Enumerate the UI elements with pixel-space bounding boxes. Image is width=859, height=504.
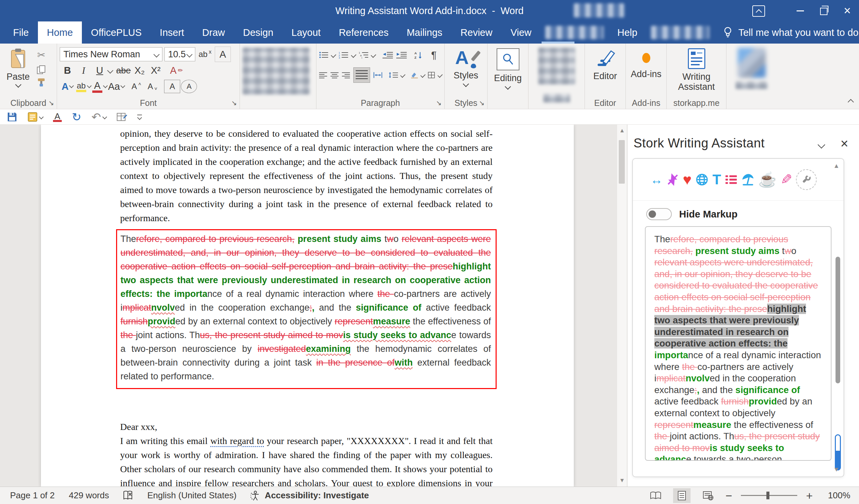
- tab-help[interactable]: Help: [608, 21, 647, 44]
- panel-close-icon[interactable]: ×: [841, 137, 848, 150]
- distribute-icon[interactable]: [374, 70, 382, 80]
- multilevel-dropdown-icon[interactable]: [371, 52, 376, 58]
- font-color-qat-button[interactable]: A: [53, 112, 62, 122]
- justify-button-selected[interactable]: [353, 67, 370, 83]
- letter-paragraph[interactable]: I am writing this email with regard to y…: [120, 434, 493, 487]
- redacted-addin-icon[interactable]: [738, 48, 766, 78]
- panel-scroll-down-icon[interactable]: ▼: [833, 466, 840, 473]
- numbering-dropdown-icon[interactable]: [351, 52, 356, 58]
- styles-dialog-launcher[interactable]: ↘: [479, 99, 484, 107]
- zoom-slider[interactable]: [741, 495, 797, 496]
- bullet-dropdown-icon[interactable]: [331, 52, 336, 58]
- font-size-combobox[interactable]: 10.5: [164, 47, 195, 61]
- increase-indent-icon[interactable]: [396, 50, 407, 60]
- document-page[interactable]: opinion, they deserve to be considered t…: [41, 125, 574, 487]
- pencil-icon[interactable]: ✎: [781, 173, 792, 187]
- change-case-button[interactable]: Aa: [108, 79, 124, 94]
- align-center-icon[interactable]: [331, 70, 338, 80]
- clear-formatting-icon[interactable]: A: [215, 47, 231, 62]
- text-highlight-button[interactable]: ab: [76, 79, 91, 94]
- undo-icon[interactable]: ↶: [92, 110, 107, 124]
- coffee-icon[interactable]: ☕: [758, 172, 777, 187]
- redo-icon[interactable]: ↻: [72, 110, 81, 124]
- style-set-dropdown-icon[interactable]: [39, 114, 44, 119]
- borders-icon[interactable]: [428, 70, 435, 80]
- font-color-button[interactable]: A: [92, 79, 107, 94]
- align-right-icon[interactable]: [342, 70, 350, 80]
- textbox-scrollbar-thumb[interactable]: [835, 434, 841, 471]
- collapse-ribbon-icon[interactable]: [848, 99, 854, 105]
- writing-assistant-button[interactable]: Writing Assistant: [669, 46, 723, 98]
- character-shading-icon[interactable]: A: [164, 80, 180, 93]
- text-icon[interactable]: T: [712, 173, 721, 187]
- list-icon[interactable]: [725, 174, 738, 185]
- text-effects-button[interactable]: A: [60, 79, 75, 94]
- letter-salutation[interactable]: Dear xxx,: [120, 420, 493, 434]
- print-layout-button[interactable]: [673, 488, 691, 503]
- close-button[interactable]: ×: [835, 0, 859, 21]
- panel-scrollbar-thumb[interactable]: [835, 257, 840, 383]
- ribbon-display-options-icon[interactable]: [752, 5, 765, 17]
- numbered-list-icon[interactable]: 123: [338, 50, 349, 60]
- tab-draw[interactable]: Draw: [193, 21, 234, 44]
- accessibility-status[interactable]: Accessibility: Investigate: [251, 490, 369, 501]
- tab-redacted-2[interactable]: [651, 26, 709, 39]
- cut-icon[interactable]: ✂: [33, 48, 49, 62]
- zoom-in-button[interactable]: +: [806, 492, 813, 499]
- editor-button[interactable]: Editor: [588, 46, 623, 98]
- underline-button[interactable]: U: [92, 63, 107, 78]
- word-count[interactable]: 429 words: [69, 490, 109, 501]
- styles-dropdown-icon[interactable]: [463, 81, 469, 87]
- draw-table-button[interactable]: [117, 112, 127, 122]
- copy-icon[interactable]: [36, 65, 46, 75]
- zoom-slider-thumb[interactable]: [766, 492, 769, 499]
- page-indicator[interactable]: Page 1 of 2: [10, 490, 55, 501]
- scroll-up-icon[interactable]: ▲: [617, 127, 627, 134]
- decrease-indent-icon[interactable]: [382, 50, 393, 60]
- language-indicator[interactable]: English (United States): [147, 490, 237, 501]
- tab-file[interactable]: File: [4, 21, 38, 44]
- shading-icon[interactable]: [411, 70, 419, 80]
- panel-scroll-up-icon[interactable]: ▲: [833, 162, 840, 170]
- redacted-icon[interactable]: [538, 48, 575, 84]
- letter-block[interactable]: Dear xxx, I am writing this email with r…: [120, 420, 493, 487]
- user-account-redacted[interactable]: [574, 3, 624, 17]
- umbrella-icon[interactable]: [741, 173, 755, 186]
- zoom-out-button[interactable]: −: [725, 492, 732, 499]
- enclose-characters-icon[interactable]: A: [181, 80, 197, 93]
- restore-button[interactable]: [812, 0, 835, 21]
- tracked-changes-box[interactable]: Therefore, compared to previous research…: [116, 229, 497, 389]
- tab-officeplus[interactable]: OfficePLUS: [82, 21, 151, 44]
- phonetic-guide-icon[interactable]: A✏: [169, 63, 184, 78]
- italic-button[interactable]: I: [76, 63, 91, 78]
- document-paragraph[interactable]: opinion, they deserve to be considered t…: [120, 127, 493, 225]
- tab-design[interactable]: Design: [234, 21, 282, 44]
- increase-font-size-icon[interactable]: abx: [197, 47, 213, 62]
- minimize-button[interactable]: [788, 0, 812, 21]
- bullet-list-icon[interactable]: [319, 50, 329, 60]
- scrollbar-thumb[interactable]: [619, 140, 625, 184]
- superscript-button[interactable]: X²: [148, 63, 163, 78]
- qat-overflow-button[interactable]: [137, 115, 142, 119]
- settings-button[interactable]: [796, 169, 817, 190]
- multilevel-list-icon[interactable]: 1ai: [359, 50, 369, 60]
- font-dialog-launcher[interactable]: ↘: [231, 99, 237, 107]
- grow-font-icon[interactable]: A˄: [129, 79, 144, 94]
- heart-icon[interactable]: ♥: [683, 172, 692, 187]
- expand-icon[interactable]: ↔: [650, 174, 663, 186]
- tab-mailings[interactable]: Mailings: [397, 21, 451, 44]
- shading-dropdown-icon[interactable]: [420, 73, 426, 78]
- editing-dropdown-icon[interactable]: [504, 83, 511, 90]
- underline-dropdown-icon[interactable]: [107, 67, 113, 74]
- strikethrough-button[interactable]: abe: [116, 63, 131, 78]
- tab-layout[interactable]: Layout: [283, 21, 330, 44]
- compress-icon[interactable]: [666, 173, 679, 186]
- bold-button[interactable]: B: [60, 63, 75, 78]
- line-spacing-dropdown-icon[interactable]: [400, 73, 406, 78]
- format-painter-icon[interactable]: [36, 78, 46, 87]
- tell-me-box[interactable]: Tell me what you want to do: [723, 21, 858, 44]
- line-spacing-icon[interactable]: [388, 70, 398, 80]
- save-button[interactable]: [7, 112, 17, 122]
- read-mode-button[interactable]: [647, 488, 664, 503]
- tab-redacted-1[interactable]: [545, 26, 604, 39]
